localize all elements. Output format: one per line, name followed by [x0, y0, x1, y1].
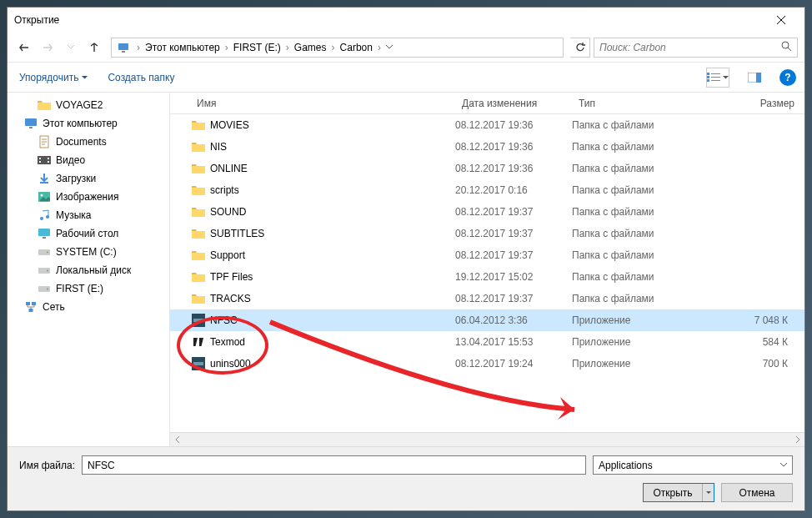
folder-icon [190, 293, 207, 304]
breadcrumb-dropdown[interactable] [383, 38, 396, 57]
file-name: ONLINE [207, 163, 455, 174]
file-date: 08.12.2017 19:37 [455, 228, 572, 239]
file-date: 08.12.2017 19:37 [455, 249, 572, 261]
file-size: 7 048 К [697, 314, 804, 326]
file-row[interactable]: scripts 20.12.2017 0:16 Папка с файлами [170, 179, 804, 201]
down-icon [38, 172, 51, 185]
svg-rect-43 [192, 294, 196, 296]
preview-pane-button[interactable] [743, 68, 766, 88]
file-row[interactable]: Texmod 13.04.2017 15:53 Приложение 584 К [170, 331, 804, 353]
sidebar-label: VOYAGE2 [56, 99, 103, 111]
sidebar-tree[interactable]: VOYAGE2Этот компьютерDocumentsВидеоЗагру… [8, 93, 170, 446]
sidebar-item[interactable]: Локальный диск [8, 261, 169, 279]
filetype-label: Applications [599, 460, 653, 471]
close-button[interactable] [764, 8, 798, 33]
filetype-select[interactable]: Applications [593, 455, 793, 475]
chevron-down-icon [780, 463, 787, 467]
file-name: SUBTITLES [207, 228, 455, 239]
forward-button[interactable] [38, 38, 58, 58]
sidebar-label: Этот компьютер [43, 118, 118, 129]
horizontal-scrollbar[interactable] [170, 432, 804, 446]
chevron-right-icon [795, 436, 800, 443]
sidebar-item[interactable]: Сеть [8, 298, 169, 316]
file-row[interactable]: NIS 08.12.2017 19:36 Папка с файлами [170, 136, 804, 158]
svg-rect-42 [192, 273, 196, 274]
open-dropdown[interactable] [702, 484, 714, 501]
file-row[interactable]: Support 08.12.2017 19:37 Папка с файлами [170, 244, 804, 266]
col-type[interactable]: Тип [572, 98, 697, 109]
file-row[interactable]: TPF Files 19.12.2017 15:02 Папка с файла… [170, 266, 804, 288]
organize-button[interactable]: Упорядочить [16, 68, 91, 87]
chevron-down-icon [706, 491, 711, 495]
chevron-down-icon [82, 76, 88, 79]
file-date: 19.12.2017 15:02 [455, 271, 572, 283]
svg-rect-13 [29, 127, 33, 128]
file-row[interactable]: SOUND 08.12.2017 19:37 Папка с файлами [170, 201, 804, 223]
file-date: 20.12.2017 0:16 [455, 184, 572, 196]
arrow-up-icon [88, 42, 100, 53]
help-button[interactable]: ? [779, 69, 796, 86]
sidebar-item[interactable]: Этот компьютер [8, 114, 169, 133]
col-name[interactable]: Имя [190, 98, 455, 109]
file-type: Папка с файлами [572, 206, 697, 218]
up-button[interactable] [84, 38, 104, 58]
breadcrumb-segment[interactable]: Этот компьютер [142, 38, 223, 57]
drive-icon [38, 264, 51, 277]
sidebar-label: Рабочий стол [56, 228, 118, 239]
sidebar-item[interactable]: Рабочий стол [8, 224, 169, 243]
svg-rect-16 [39, 158, 41, 159]
sidebar-item[interactable]: Изображения [8, 188, 169, 206]
sidebar-item[interactable]: Видео [8, 151, 169, 169]
cancel-label: Отмена [739, 487, 774, 499]
svg-rect-19 [48, 161, 49, 163]
sidebar-label: Загрузки [56, 173, 96, 184]
new-folder-button[interactable]: Создать папку [104, 68, 178, 87]
scroll-right-button[interactable] [790, 433, 804, 447]
sidebar-item[interactable]: SYSTEM (C:) [8, 243, 169, 261]
sidebar-item[interactable]: VOYAGE2 [8, 96, 169, 114]
breadcrumb-sep: › [284, 42, 291, 53]
search-input[interactable] [599, 42, 781, 53]
file-row[interactable]: ONLINE 08.12.2017 19:36 Папка с файлами [170, 158, 804, 179]
col-size[interactable]: Размер [697, 98, 804, 109]
refresh-button[interactable] [570, 38, 590, 58]
cancel-button[interactable]: Отмена [721, 483, 793, 502]
svg-rect-35 [192, 121, 196, 123]
recent-dropdown[interactable] [61, 38, 81, 58]
svg-rect-34 [29, 309, 33, 312]
breadcrumb-segment[interactable]: FIRST (E:) [230, 38, 284, 57]
filename-input[interactable] [82, 455, 586, 475]
file-row[interactable]: unins000 08.12.2017 19:24 Приложение 700… [170, 353, 804, 375]
file-row[interactable]: SUBTITLES 08.12.2017 19:37 Папка с файла… [170, 223, 804, 244]
file-row[interactable]: MOVIES 08.12.2017 19:36 Папка с файлами [170, 114, 804, 136]
svg-rect-7 [707, 79, 709, 82]
view-mode-button[interactable] [706, 68, 729, 88]
sidebar-label: FIRST (E:) [56, 283, 103, 294]
sidebar-item[interactable]: FIRST (E:) [8, 279, 169, 298]
file-row[interactable]: TRACKS 08.12.2017 19:37 Папка с файлами [170, 288, 804, 309]
open-button[interactable]: Открыть [643, 483, 714, 502]
breadcrumb-sep: › [376, 42, 383, 53]
music-icon [38, 209, 51, 222]
svg-rect-36 [192, 143, 196, 144]
titlebar: Открытие [8, 8, 804, 33]
breadcrumb[interactable]: › Этот компьютер›FIRST (E:)›Games›Carbon… [111, 38, 564, 58]
svg-rect-12 [25, 118, 37, 126]
sidebar-item[interactable]: Музыка [8, 206, 169, 224]
file-date: 06.04.2012 3:36 [455, 314, 572, 326]
sidebar-item[interactable]: Загрузки [8, 169, 169, 188]
file-row[interactable]: NFSC 06.04.2012 3:36 Приложение 7 048 К [170, 309, 804, 331]
search-box[interactable] [594, 38, 798, 58]
breadcrumb-segment[interactable]: Carbon [337, 38, 376, 57]
sidebar-item[interactable]: Documents [8, 133, 169, 151]
drive-icon [38, 245, 51, 259]
img-icon [38, 190, 51, 204]
scroll-left-button[interactable] [170, 433, 184, 447]
sidebar-label: SYSTEM (C:) [56, 246, 117, 258]
col-date[interactable]: Дата изменения [455, 98, 572, 109]
breadcrumb-segment[interactable]: Games [291, 38, 330, 57]
toolbar: Упорядочить Создать папку ? [8, 63, 804, 93]
file-list[interactable]: MOVIES 08.12.2017 19:36 Папка с файлами … [170, 114, 804, 432]
back-button[interactable] [14, 38, 34, 58]
svg-rect-41 [192, 251, 196, 253]
